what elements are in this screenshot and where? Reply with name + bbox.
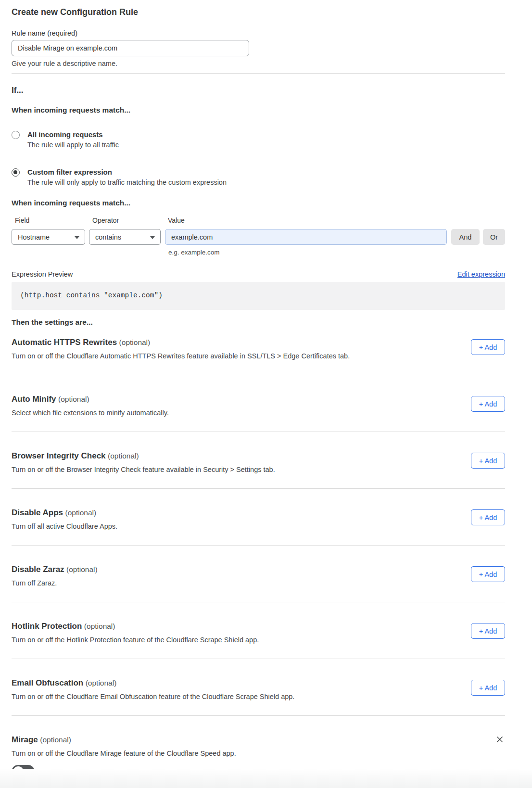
field-select[interactable]: Hostname xyxy=(12,229,85,245)
rule-name-helper: Give your rule a descriptive name. xyxy=(12,59,505,68)
setting-section-email-obfuscation: Email Obfuscation (optional) Turn on or … xyxy=(12,659,505,715)
setting-section-disable-apps: Disable Apps (optional) Turn off all act… xyxy=(12,488,505,545)
setting-name: Browser Integrity Check xyxy=(12,451,106,460)
setting-name: Mirage xyxy=(12,735,38,744)
setting-optional-tag: (optional) xyxy=(65,508,97,517)
radio-description: The rule will apply to all traffic xyxy=(27,140,119,149)
add-browser-integrity-check-button[interactable]: + Add xyxy=(471,453,505,469)
operator-select-value: contains xyxy=(95,233,121,241)
expression-preview-code-block: (http.host contains "example.com") xyxy=(12,282,505,310)
expression-preview-label: Expression Preview xyxy=(12,270,73,279)
rule-name-input[interactable] xyxy=(12,40,249,56)
close-icon-glyph xyxy=(496,736,504,743)
setting-optional-tag: (optional) xyxy=(86,679,117,687)
add-automatic-https-rewrites-button[interactable]: + Add xyxy=(471,339,505,355)
then-settings-heading: Then the settings are... xyxy=(12,318,505,327)
value-label: Value xyxy=(165,216,185,225)
value-input[interactable] xyxy=(165,229,447,245)
operator-select[interactable]: contains xyxy=(89,229,161,245)
add-disable-zaraz-button[interactable]: + Add xyxy=(471,566,505,582)
setting-name: Hotlink Protection xyxy=(12,622,82,631)
radio-all-incoming-requests[interactable]: All incoming requests The rule will appl… xyxy=(12,130,505,149)
setting-optional-tag: (optional) xyxy=(66,565,98,573)
add-hotlink-protection-button[interactable]: + Add xyxy=(471,623,505,639)
expression-builder-heading: When incoming requests match... xyxy=(12,198,505,208)
add-disable-apps-button[interactable]: + Add xyxy=(471,509,505,525)
create-configuration-rule-page: Create new Configuration Rule Rule name … xyxy=(0,0,532,788)
if-heading: If... xyxy=(12,85,505,95)
operator-label: Operator xyxy=(89,216,165,225)
setting-section-browser-integrity-check: Browser Integrity Check (optional) Turn … xyxy=(12,432,505,488)
setting-optional-tag: (optional) xyxy=(108,452,139,460)
setting-description: Turn off Zaraz. xyxy=(12,579,444,588)
add-email-obfuscation-button[interactable]: + Add xyxy=(471,680,505,696)
expression-code: (http.host contains "example.com") xyxy=(20,291,505,300)
field-select-value: Hostname xyxy=(18,233,50,241)
and-button[interactable]: And xyxy=(451,229,480,245)
setting-name: Auto Minify xyxy=(12,394,56,404)
expression-builder-labels: Field Operator Value xyxy=(12,216,505,225)
chevron-down-icon xyxy=(150,236,155,239)
or-button[interactable]: Or xyxy=(483,229,505,245)
radio-button-icon[interactable] xyxy=(12,131,20,139)
setting-name: Email Obfuscation xyxy=(12,678,83,687)
setting-description: Turn on or off the Cloudflare Email Obfu… xyxy=(12,692,444,701)
field-label: Field xyxy=(12,216,89,225)
section-divider xyxy=(12,73,505,74)
setting-section-hotlink-protection: Hotlink Protection (optional) Turn on or… xyxy=(12,602,505,659)
value-helper: e.g. example.com xyxy=(168,248,505,256)
rule-name-label: Rule name (required) xyxy=(12,29,505,38)
setting-description: Select which file extensions to minify a… xyxy=(12,408,444,418)
chevron-down-icon xyxy=(75,236,79,239)
radio-label: Custom filter expression xyxy=(27,168,227,177)
page-title: Create new Configuration Rule xyxy=(12,7,505,17)
setting-name: Disable Zaraz xyxy=(12,565,64,574)
match-heading: When incoming requests match... xyxy=(12,105,505,115)
setting-section-automatic-https-rewrites: Automatic HTTPS Rewrites (optional) Turn… xyxy=(12,337,505,375)
setting-description: Turn on or off the Cloudflare Automatic … xyxy=(12,352,444,361)
edit-expression-link[interactable]: Edit expression xyxy=(457,270,505,279)
page-bottom-fade xyxy=(0,769,532,788)
radio-custom-filter-expression[interactable]: Custom filter expression The rule will o… xyxy=(12,168,505,187)
setting-description: Turn on or off the Browser Integrity Che… xyxy=(12,465,444,474)
setting-name: Disable Apps xyxy=(12,508,63,517)
setting-optional-tag: (optional) xyxy=(40,736,71,744)
setting-section-auto-minify: Auto Minify (optional) Select which file… xyxy=(12,375,505,432)
radio-description: The rule will only apply to traffic matc… xyxy=(27,178,227,187)
setting-optional-tag: (optional) xyxy=(84,622,115,630)
setting-optional-tag: (optional) xyxy=(119,338,151,346)
setting-description: Turn on or off the Hotlink Protection fe… xyxy=(12,635,444,645)
setting-description: Turn on or off the Cloudflare Mirage fea… xyxy=(12,749,444,758)
settings-list: Automatic HTTPS Rewrites (optional) Turn… xyxy=(12,337,505,715)
setting-description: Turn off all active Cloudflare Apps. xyxy=(12,522,444,531)
setting-section-disable-zaraz: Disable Zaraz (optional) Turn off Zaraz.… xyxy=(12,545,505,602)
expression-builder-row: Hostname contains And Or xyxy=(12,229,505,245)
add-auto-minify-button[interactable]: + Add xyxy=(471,396,505,412)
radio-label: All incoming requests xyxy=(27,130,119,139)
radio-button-icon[interactable] xyxy=(12,168,20,177)
close-icon[interactable] xyxy=(495,736,504,744)
setting-name: Automatic HTTPS Rewrites xyxy=(12,338,117,347)
setting-optional-tag: (optional) xyxy=(58,395,89,403)
